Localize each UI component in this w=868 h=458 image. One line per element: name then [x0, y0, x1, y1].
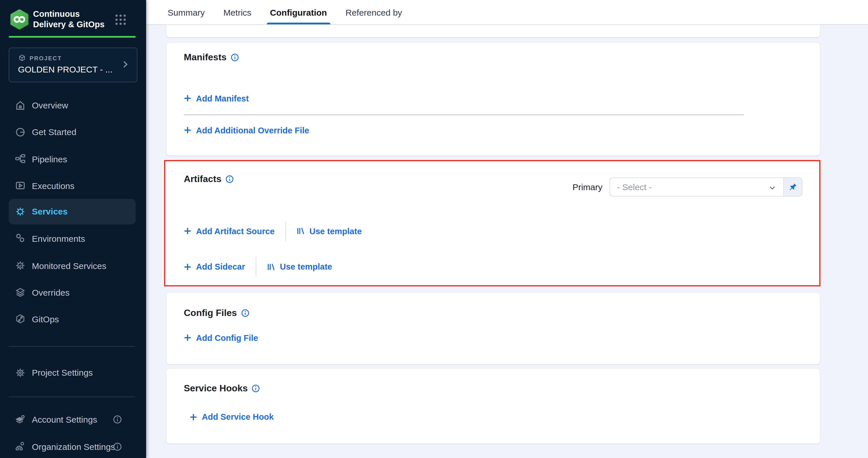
use-template-artifact-button[interactable]: Use template	[296, 226, 362, 236]
primary-artifact-select[interactable]: - Select -	[610, 177, 803, 196]
app-window: Continuous Delivery & GitOps PROJECT G	[0, 0, 868, 458]
tab-summary[interactable]: Summary	[165, 0, 207, 24]
pin-icon	[788, 183, 797, 191]
apps-grid-icon[interactable]	[114, 13, 127, 26]
add-service-hook-button[interactable]: Add Service Hook	[190, 412, 274, 422]
sidebar-item-label: Organization Settings	[32, 441, 115, 451]
account-settings-icon	[14, 414, 26, 425]
module-header[interactable]: Continuous Delivery & GitOps	[9, 8, 137, 31]
primary-artifact-row: Primary - Select -	[572, 177, 803, 196]
plus-icon	[190, 413, 197, 421]
manifests-title: Manifests	[184, 52, 227, 63]
tab-configuration[interactable]: Configuration	[268, 0, 329, 24]
config-files-title-row: Config Files	[184, 308, 249, 318]
manifests-title-row: Manifests	[184, 52, 239, 63]
sidebar-item-gitops[interactable]: GitOps	[9, 306, 136, 332]
add-manifest-button[interactable]: Add Manifest	[184, 94, 249, 103]
sidebar-item-label: Environments	[32, 233, 85, 243]
project-selector[interactable]: PROJECT GOLDEN PROJECT - ...	[9, 48, 137, 82]
pipelines-icon	[14, 153, 26, 165]
sidebar-item-overview[interactable]: Overview	[9, 92, 136, 118]
add-sidecar-button[interactable]: Add Sidecar	[184, 262, 245, 271]
sidebar-item-label: Account Settings	[32, 415, 97, 424]
tab-referenced-by[interactable]: Referenced by	[343, 0, 404, 24]
chevron-down-icon	[768, 184, 776, 192]
artifacts-title-row: Artifacts	[184, 174, 234, 184]
sidebar-item-label: Monitored Services	[32, 261, 106, 270]
module-title: Continuous Delivery & GitOps	[33, 9, 108, 30]
service-hooks-card: Service Hooks Add Service Hook	[166, 369, 820, 444]
info-icon[interactable]	[225, 175, 234, 183]
sidebar-item-label: GitOps	[32, 314, 59, 324]
info-icon[interactable]	[231, 53, 239, 61]
use-template-sidecar-button[interactable]: Use template	[267, 262, 332, 271]
module-accent-rule	[9, 36, 136, 38]
plus-icon	[184, 227, 191, 235]
harness-cd-logo-icon	[10, 9, 29, 30]
manifests-card: Manifests Add Manifest Add Additional Ov…	[166, 43, 820, 155]
primary-label: Primary	[572, 182, 602, 192]
link-separator	[255, 257, 256, 277]
template-icon	[296, 227, 305, 235]
artifacts-card: Artifacts Primary - Select -	[166, 161, 820, 285]
plus-icon	[184, 94, 191, 102]
plus-icon	[184, 126, 191, 134]
sidebar-item-get-started[interactable]: Get Started	[9, 119, 136, 145]
add-artifact-source-button[interactable]: Add Artifact Source	[184, 226, 275, 236]
tab-metrics[interactable]: Metrics	[221, 0, 254, 24]
service-hooks-title: Service Hooks	[184, 383, 248, 394]
info-icon[interactable]	[113, 415, 122, 424]
link-separator	[285, 221, 285, 241]
sidebar-item-label: Services	[32, 206, 67, 216]
add-config-file-button[interactable]: Add Config File	[184, 333, 258, 342]
services-gear-icon	[14, 206, 26, 217]
chevron-right-icon	[121, 60, 130, 69]
config-files-card: Config Files Add Config File	[166, 293, 820, 364]
sidebar-item-environments[interactable]: Environments	[9, 225, 136, 251]
sidebar-item-overrides[interactable]: Overrides	[9, 279, 136, 305]
sidebar-item-executions[interactable]: Executions	[9, 173, 136, 198]
get-started-icon	[14, 126, 26, 138]
sidebar-item-organization-settings[interactable]: Organization Settings	[9, 434, 136, 458]
plus-icon	[184, 263, 191, 270]
home-icon	[14, 99, 26, 111]
project-label: PROJECT	[30, 55, 62, 61]
sidebar-item-pipelines[interactable]: Pipelines	[9, 146, 136, 172]
info-icon[interactable]	[113, 442, 122, 451]
info-icon[interactable]	[241, 309, 249, 317]
monitored-services-icon	[14, 260, 26, 271]
sidebar-item-label: Overview	[32, 100, 68, 110]
scrolled-card-partial	[166, 25, 820, 37]
select-placeholder: - Select -	[617, 182, 652, 192]
overrides-icon	[14, 286, 26, 298]
sidebar-item-monitored-services[interactable]: Monitored Services	[9, 253, 136, 278]
template-icon	[267, 262, 275, 271]
sidebar-item-label: Get Started	[32, 127, 76, 137]
sidebar-item-label: Overrides	[32, 287, 69, 297]
sidebar-item-label: Executions	[32, 181, 74, 190]
sidebar-item-services[interactable]: Services	[9, 199, 136, 224]
configuration-content: Manifests Add Manifest Add Additional Ov…	[146, 24, 868, 458]
plus-icon	[184, 334, 191, 341]
sidebar-item-project-settings[interactable]: Project Settings	[9, 360, 136, 385]
manifests-divider	[184, 114, 744, 115]
sidebar-divider	[9, 396, 135, 397]
gitops-icon	[14, 313, 26, 325]
info-icon[interactable]	[252, 385, 260, 393]
sidebar-item-label: Project Settings	[32, 368, 93, 377]
environments-icon	[14, 233, 26, 244]
sidebar: Continuous Delivery & GitOps PROJECT G	[0, 0, 146, 458]
executions-icon	[14, 180, 26, 191]
project-name: GOLDEN PROJECT - ...	[18, 64, 113, 74]
sidebar-item-account-settings[interactable]: Account Settings	[9, 407, 136, 432]
config-files-title: Config Files	[184, 308, 237, 318]
add-additional-override-file-button[interactable]: Add Additional Override File	[184, 125, 309, 135]
project-settings-icon	[14, 367, 26, 378]
page-tabbar: Summary Metrics Configuration Referenced…	[146, 0, 868, 25]
artifacts-title: Artifacts	[184, 174, 221, 184]
organization-settings-icon	[14, 440, 26, 452]
sidebar-item-label: Pipelines	[32, 154, 67, 164]
pin-primary-button[interactable]	[783, 178, 802, 196]
service-hooks-title-row: Service Hooks	[184, 383, 260, 394]
sidebar-divider	[9, 346, 135, 346]
